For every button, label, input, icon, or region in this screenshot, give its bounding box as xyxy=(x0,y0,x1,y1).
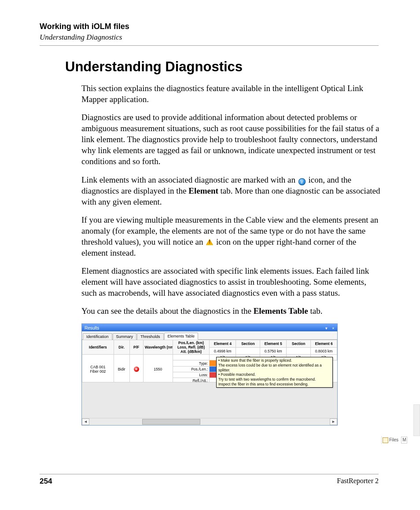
col-element6[interactable]: Element 6 xyxy=(311,340,337,348)
paragraph: If you are viewing multiple measurements… xyxy=(81,214,381,258)
product-name: FastReporter 2 xyxy=(337,477,379,486)
embedded-screenshot: Results ▾ × Identification Summary Thres… xyxy=(81,323,338,426)
running-head: Working with iOLM files xyxy=(40,22,379,31)
tab-summary[interactable]: Summary xyxy=(113,333,137,340)
results-panel-titlebar: Results ▾ × xyxy=(82,324,337,331)
pf-cell xyxy=(129,355,143,383)
diagnostic-tooltip: • Make sure that the fiber is properly s… xyxy=(216,357,333,388)
col-element4[interactable]: Element 4 xyxy=(210,340,236,348)
col-pf[interactable]: P/F xyxy=(129,340,143,355)
panel-title: Results xyxy=(85,326,99,330)
paragraph: This section explains the diagnostics fe… xyxy=(81,83,381,105)
window-controls: ▾ × xyxy=(323,326,335,330)
scroll-thumb[interactable] xyxy=(142,419,200,425)
header-rule xyxy=(40,45,379,46)
paragraph: You can see the details about the diagno… xyxy=(81,305,381,316)
bold-term: Elements Table xyxy=(254,306,308,316)
pin-icon[interactable]: ▾ xyxy=(324,326,328,330)
col-dir[interactable]: Dir. xyxy=(114,340,129,355)
tab-stub: M xyxy=(401,437,407,444)
bold-term: Element xyxy=(188,186,218,195)
tab-thresholds[interactable]: Thresholds xyxy=(137,333,164,340)
tab-elements-table[interactable]: Elements Table xyxy=(164,333,198,340)
warning-icon xyxy=(206,239,213,245)
paragraph: Element diagnostics are associated with … xyxy=(81,265,381,298)
cell: 0.5750 km xyxy=(260,347,287,355)
horizontal-scrollbar[interactable]: ◄ ► xyxy=(82,418,337,425)
page-edge-tabs: Files M xyxy=(381,436,420,444)
metric-label: Pos./Len.: xyxy=(173,366,210,372)
col-section[interactable]: Section xyxy=(236,340,260,348)
metric-label: Loss: xyxy=(173,372,210,378)
fail-icon xyxy=(134,367,139,372)
dir-cell: Bidir xyxy=(114,355,129,383)
running-subhead: Understanding Diagnostics xyxy=(40,33,379,42)
paragraph: Diagnostics are used to provide addition… xyxy=(81,112,381,167)
close-icon[interactable]: × xyxy=(331,326,335,330)
scroll-right-arrow-icon[interactable]: ► xyxy=(330,418,337,425)
cell: 0.4998 km xyxy=(210,347,236,355)
scroll-track[interactable] xyxy=(89,419,330,425)
col-section[interactable]: Section xyxy=(287,340,311,348)
metric-label: Type: xyxy=(173,360,210,366)
col-wavelength[interactable]: Wavelength (nm) xyxy=(143,340,173,355)
file-icon xyxy=(383,437,388,443)
identifier-cell: CAB 001 Fiber 002 xyxy=(82,355,114,383)
wavelength-cell: 1550 xyxy=(143,355,173,383)
col-metrics[interactable]: Pos./Len. (km) Loss, Refl. (dB) Att. (dB… xyxy=(173,340,210,355)
section-title: Understanding Diagnostics xyxy=(65,59,379,75)
scroll-left-arrow-icon[interactable]: ◄ xyxy=(82,418,89,425)
body-text: This section explains the diagnostics fe… xyxy=(81,83,381,316)
tab-strip: Identification Summary Thresholds Elemen… xyxy=(82,331,337,340)
col-element5[interactable]: Element 5 xyxy=(260,340,287,348)
col-identifiers[interactable]: Identifiers xyxy=(82,340,114,355)
page-number: 254 xyxy=(40,477,52,486)
info-icon xyxy=(298,178,306,185)
cell: 0.8003 km xyxy=(311,347,337,355)
paragraph: Link elements with an associated diagnos… xyxy=(81,174,381,207)
page-edge-scrollbar xyxy=(413,404,420,436)
page-footer: 254 FastReporter 2 xyxy=(40,474,379,486)
tab-identification[interactable]: Identification xyxy=(83,333,112,340)
